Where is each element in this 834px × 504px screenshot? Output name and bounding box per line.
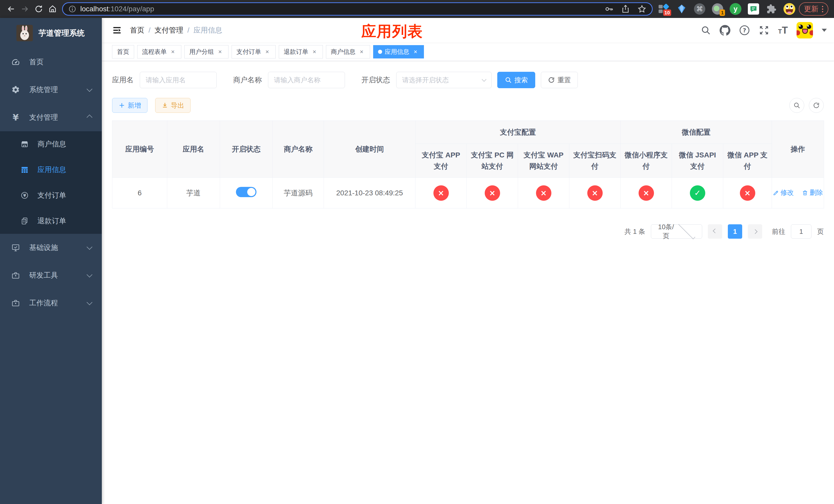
app-title: 芋道管理系统 <box>39 28 85 39</box>
col-alipay-qr: 支付宝扫码支付 <box>569 144 621 178</box>
sidebar-item-refund-orders[interactable]: 退款订单 <box>0 208 102 234</box>
browser-toolbar: localhost:1024/pay/app 10 ⌘ 1 y 更新 <box>0 0 834 18</box>
edit-link[interactable]: 修改 <box>773 188 794 197</box>
page-size-select[interactable]: 10条/页 <box>651 224 702 239</box>
status-select[interactable]: 请选择开启状态 <box>396 72 491 88</box>
extension-record-icon[interactable]: 1 <box>712 3 723 15</box>
breadcrumb-current: 应用信息 <box>194 25 222 35</box>
bookmark-star-icon[interactable] <box>637 4 647 14</box>
reset-button[interactable]: 重置 <box>541 72 578 88</box>
goto-page-input[interactable] <box>791 224 811 239</box>
sidebar-item-merchant-info[interactable]: 商户信息 <box>0 131 102 157</box>
search-button[interactable]: 搜索 <box>497 72 535 88</box>
app-name-input[interactable] <box>140 72 217 88</box>
extension-y-icon[interactable]: y <box>730 3 741 15</box>
extension-command-icon[interactable]: ⌘ <box>694 3 705 15</box>
tab-process-form[interactable]: 流程表单× <box>137 45 181 59</box>
browser-reload-button[interactable] <box>32 2 46 16</box>
add-button[interactable]: 新增 <box>112 98 148 113</box>
close-icon[interactable]: × <box>358 48 365 55</box>
store-icon <box>21 140 29 148</box>
browser-home-button[interactable] <box>46 2 60 16</box>
sidebar-item-home[interactable]: 首页 <box>0 48 102 76</box>
plus-icon <box>118 102 125 109</box>
col-created: 创建时间 <box>324 121 415 178</box>
next-page-button[interactable] <box>748 224 762 239</box>
wx-jsapi-status-icon: ✓ <box>690 185 705 201</box>
merchant-name-input[interactable] <box>268 72 345 88</box>
site-info-icon[interactable] <box>68 5 77 13</box>
browser-forward-button[interactable] <box>18 2 32 16</box>
close-icon[interactable]: × <box>311 48 318 55</box>
app-table: 应用编号 应用名 开启状态 商户名称 创建时间 支付宝配置 微信配置 操作 支付… <box>112 120 824 208</box>
delete-link[interactable]: 删除 <box>802 188 823 197</box>
help-icon[interactable]: ? <box>739 25 750 36</box>
col-app-name: 应用名 <box>167 121 220 178</box>
trash-icon <box>802 190 808 196</box>
current-page[interactable]: 1 <box>728 224 742 239</box>
browser-back-button[interactable] <box>4 2 18 16</box>
extension-gem-icon[interactable] <box>676 3 687 15</box>
refresh-table-button[interactable] <box>809 98 824 113</box>
tab-user-group[interactable]: 用户分组× <box>184 45 228 59</box>
collapse-sidebar-button[interactable] <box>109 22 126 39</box>
status-toggle[interactable] <box>236 187 257 197</box>
sidebar-item-workflow[interactable]: 工作流程 <box>0 289 102 317</box>
sidebar-item-system[interactable]: 系统管理 <box>0 76 102 104</box>
payment-submenu: 商户信息 应用信息 ¥ 支付订单 退款订单 <box>0 131 102 234</box>
table-row: 6 芋道 芋道源码 2021-10-23 08:49:25 × × × × × … <box>112 178 824 208</box>
fullscreen-icon[interactable] <box>759 25 769 36</box>
tab-app-info[interactable]: 应用信息× <box>373 45 424 59</box>
col-alipay-app: 支付宝 APP 支付 <box>415 144 467 178</box>
extension-emoji-icon[interactable] <box>784 3 795 15</box>
extension-chat-icon[interactable] <box>748 3 760 15</box>
extension-blocks-icon[interactable]: 10 <box>658 3 670 15</box>
avatar-dropdown-caret-icon[interactable] <box>822 29 827 32</box>
col-group-alipay: 支付宝配置 <box>415 121 621 144</box>
chevron-left-icon <box>713 228 717 233</box>
password-key-icon[interactable] <box>604 4 614 14</box>
tab-pay-orders[interactable]: 支付订单× <box>232 45 276 59</box>
browser-menu-icon[interactable] <box>822 6 823 12</box>
sidebar-item-dev-tools[interactable]: 研发工具 <box>0 261 102 289</box>
toggle-search-button[interactable] <box>789 98 804 113</box>
url-bar[interactable]: localhost:1024/pay/app <box>62 2 653 16</box>
breadcrumb-home[interactable]: 首页 <box>130 25 145 35</box>
col-actions: 操作 <box>772 121 824 178</box>
col-status: 开启状态 <box>220 121 272 178</box>
chevron-down-icon <box>87 244 93 250</box>
search-icon[interactable] <box>701 25 711 36</box>
extension-badge: 10 <box>663 9 671 16</box>
close-icon[interactable]: × <box>169 48 176 55</box>
close-icon[interactable]: × <box>264 48 271 55</box>
refresh-icon <box>548 76 555 84</box>
github-icon[interactable] <box>720 25 730 36</box>
sidebar-item-app-info[interactable]: 应用信息 <box>0 157 102 183</box>
page-suffix: 页 <box>817 227 824 236</box>
briefcase-icon <box>11 299 20 307</box>
sidebar-item-payment[interactable]: ¥ 支付管理 <box>0 104 102 131</box>
status-label: 开启状态 <box>361 75 390 85</box>
grid-table-icon <box>21 166 29 174</box>
tab-refund-orders[interactable]: 退款订单× <box>279 45 323 59</box>
goto-label: 前往 <box>772 227 785 236</box>
tab-merchant-info[interactable]: 商户信息× <box>326 45 370 59</box>
wx-lite-status-icon: × <box>639 185 654 201</box>
extensions-puzzle-icon[interactable] <box>766 3 777 15</box>
sidebar-item-infrastructure[interactable]: 基础设施 <box>0 234 102 261</box>
close-icon[interactable]: × <box>216 48 224 55</box>
prev-page-button[interactable] <box>708 224 722 239</box>
export-button[interactable]: 导出 <box>155 98 191 113</box>
dashboard-icon <box>11 58 20 66</box>
browser-update-button[interactable]: 更新 <box>799 2 828 16</box>
chevron-down-icon <box>87 272 93 278</box>
user-avatar[interactable] <box>796 22 813 39</box>
sidebar-item-pay-orders[interactable]: ¥ 支付订单 <box>0 183 102 208</box>
breadcrumb-payment[interactable]: 支付管理 <box>155 25 183 35</box>
tab-home[interactable]: 首页 <box>112 45 134 59</box>
chevron-up-icon <box>87 115 93 120</box>
close-icon[interactable]: × <box>412 48 419 55</box>
share-icon[interactable] <box>621 4 630 14</box>
col-app-id: 应用编号 <box>112 121 167 178</box>
font-size-icon[interactable]: TT <box>778 25 788 36</box>
